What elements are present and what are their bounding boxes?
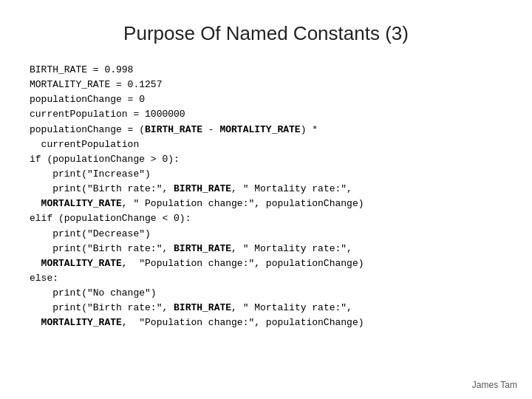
code-keyword: BIRTH_RATE <box>174 243 231 254</box>
code-text: print("Birth rate:", <box>30 183 174 194</box>
code-text <box>30 317 41 328</box>
code-keyword: BIRTH_RATE <box>174 302 231 313</box>
code-text: print("Decrease") <box>30 228 151 239</box>
page: Purpose Of Named Constants (3) BIRTH_RAT… <box>0 0 532 399</box>
code-keyword: MORTALITY_RATE <box>41 198 122 209</box>
code-text: print("Increase") <box>30 168 151 180</box>
code-text <box>30 258 41 269</box>
code-text: print("Birth rate:", <box>30 243 174 254</box>
code-text <box>30 198 41 209</box>
code-text: else: <box>30 273 58 284</box>
code-line: else: <box>30 271 502 286</box>
code-line: elif (populationChange < 0): <box>30 211 502 226</box>
code-text: , " Mortality rate:", <box>231 243 352 254</box>
code-text: ) * <box>301 124 318 135</box>
code-text: - <box>202 124 219 135</box>
code-block: BIRTH_RATE = 0.998MORTALITY_RATE = 0.125… <box>30 63 502 331</box>
code-keyword: BIRTH_RATE <box>174 183 231 194</box>
code-line: print("No change") <box>30 286 502 301</box>
code-text: currentPopulation = 1000000 <box>30 109 185 120</box>
code-line: print("Birth rate:", BIRTH_RATE, " Morta… <box>30 301 502 316</box>
author-label: James Tam <box>472 380 517 390</box>
code-text: if (populationChange > 0): <box>30 154 180 165</box>
code-text: MORTALITY_RATE = 0.1257 <box>30 79 162 90</box>
code-keyword: MORTALITY_RATE <box>219 124 300 135</box>
code-line: if (populationChange > 0): <box>30 152 502 167</box>
code-text: currentPopulation <box>30 139 139 150</box>
code-line: MORTALITY_RATE, " Population change:", p… <box>30 197 502 211</box>
code-text: , " Mortality rate:", <box>231 183 352 194</box>
code-text: BIRTH_RATE = 0.998 <box>30 64 133 75</box>
code-text: , " Mortality rate:", <box>231 302 352 313</box>
code-line: print("Increase") <box>30 167 502 182</box>
code-text: elif (populationChange < 0): <box>30 213 191 224</box>
code-text: print("Birth rate:", <box>30 302 174 313</box>
code-text: , " Population change:", populationChang… <box>122 198 364 209</box>
code-line: MORTALITY_RATE, "Population change:", po… <box>30 316 502 330</box>
code-line: print("Birth rate:", BIRTH_RATE, " Morta… <box>30 242 502 256</box>
code-line: BIRTH_RATE = 0.998 <box>30 63 502 78</box>
code-line: MORTALITY_RATE, "Population change:", po… <box>30 256 502 271</box>
code-keyword: BIRTH_RATE <box>145 124 202 135</box>
code-line: populationChange = (BIRTH_RATE - MORTALI… <box>30 123 502 137</box>
code-line: currentPopulation <box>30 137 502 152</box>
code-text: , "Population change:", populationChange… <box>122 258 364 269</box>
code-text: , "Population change:", populationChange… <box>122 317 364 328</box>
code-keyword: MORTALITY_RATE <box>41 317 122 328</box>
code-line: currentPopulation = 1000000 <box>30 107 502 122</box>
code-keyword: MORTALITY_RATE <box>41 258 122 269</box>
code-line: MORTALITY_RATE = 0.1257 <box>30 78 502 92</box>
code-text: populationChange = ( <box>30 124 145 135</box>
code-text: print("No change") <box>30 287 157 299</box>
code-text: populationChange = 0 <box>30 94 145 105</box>
code-line: print("Birth rate:", BIRTH_RATE, " Morta… <box>30 182 502 197</box>
code-line: populationChange = 0 <box>30 92 502 107</box>
code-line: print("Decrease") <box>30 227 502 242</box>
page-title: Purpose Of Named Constants (3) <box>30 22 502 45</box>
